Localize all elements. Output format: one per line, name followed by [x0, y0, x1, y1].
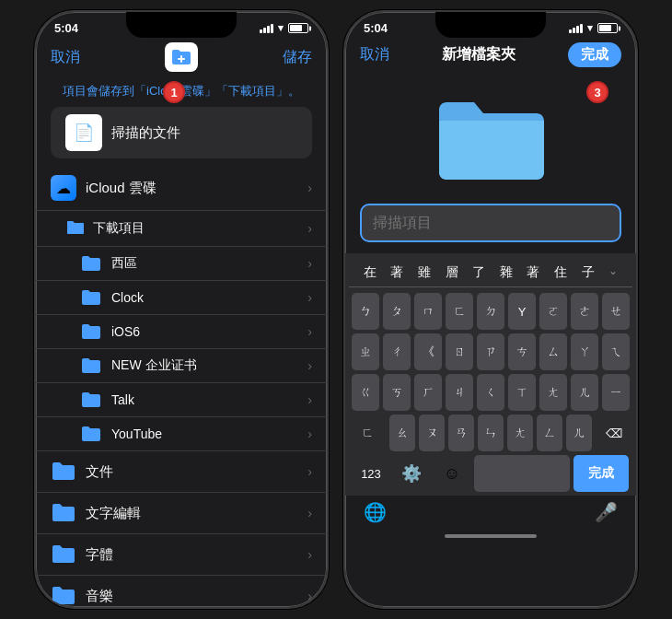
folder-icon-6	[80, 425, 102, 443]
key-ou[interactable]: ㄡ	[419, 415, 445, 451]
candidates-chevron[interactable]: ⌄	[608, 264, 618, 281]
main-folder-2[interactable]: 文字編輯 ›	[36, 493, 327, 534]
key-o[interactable]: ㄛ	[539, 293, 567, 330]
new-folder-button[interactable]	[165, 42, 198, 72]
home-indicator-right	[445, 534, 537, 538]
emoji-key[interactable]: ☺	[434, 455, 470, 492]
key-ei[interactable]: ㄟ	[602, 333, 630, 370]
status-icons-right: ▾	[569, 22, 618, 34]
bar3	[267, 26, 270, 33]
globe-icon[interactable]: 🌐	[364, 501, 387, 523]
candidate-4[interactable]: 層	[446, 264, 458, 281]
key-de[interactable]: ㄉ	[477, 293, 504, 330]
icloud-section[interactable]: ☁ iCloud 雲碟 ›	[36, 166, 327, 211]
notch-right	[435, 12, 546, 38]
downloads-section[interactable]: 下載項目 ›	[36, 211, 327, 247]
main-folder-4[interactable]: 音樂 ›	[36, 576, 327, 609]
main-folder-3[interactable]: 字體 ›	[36, 534, 327, 576]
key-c[interactable]: ㄘ	[508, 333, 536, 370]
key-h[interactable]: ㄏ	[414, 374, 442, 411]
key-k[interactable]: ㄎ	[383, 374, 411, 411]
key-mo[interactable]: ㄇ	[414, 293, 442, 330]
folder-chevron-2: ›	[307, 290, 312, 305]
key-z[interactable]: ㄗ	[477, 333, 504, 370]
folder-chevron-1: ›	[307, 256, 312, 271]
candidate-1[interactable]: 在	[364, 264, 377, 281]
key-s[interactable]: ㄙ	[539, 333, 567, 370]
left-phone: 5:04 ▾ 取消 1	[34, 10, 329, 609]
key-eh[interactable]: ㄝ	[602, 293, 630, 330]
icloud-icon: ☁	[51, 175, 76, 201]
folder-icon-4	[80, 356, 102, 375]
candidate-7[interactable]: 著	[527, 264, 539, 281]
candidate-5[interactable]: 了	[472, 264, 485, 281]
folder-button-container[interactable]: 1	[165, 42, 198, 72]
folder-name-input[interactable]	[360, 204, 621, 242]
battery-icon	[288, 23, 308, 33]
key-po[interactable]: ㄆ	[383, 293, 411, 330]
folder-row-5[interactable]: Talk ›	[36, 383, 327, 417]
folder-label-4: NEW 企业证书	[111, 357, 307, 374]
main-folder-icon-4	[51, 585, 76, 607]
time-left: 5:04	[54, 21, 78, 35]
space-key[interactable]	[474, 455, 570, 492]
num-key[interactable]: 123	[353, 455, 389, 492]
candidate-6[interactable]: 雜	[500, 264, 513, 281]
cancel-button-right[interactable]: 取消	[360, 45, 389, 64]
signal-icon	[260, 24, 273, 33]
key-q[interactable]: ㄑ	[477, 374, 504, 411]
save-button-left[interactable]: 儲存	[283, 48, 312, 67]
key-ch[interactable]: ㄔ	[383, 333, 411, 370]
key-an[interactable]: ㄢ	[448, 415, 474, 451]
key-shift[interactable]: ㄈ	[349, 415, 386, 451]
folder-row-6[interactable]: YouTube ›	[36, 417, 327, 451]
key-ang[interactable]: ㄤ	[539, 374, 567, 411]
candidate-9[interactable]: 子	[582, 264, 595, 281]
key-en[interactable]: ㄣ	[478, 415, 504, 451]
folder-row-4[interactable]: NEW 企业证书 ›	[36, 349, 327, 383]
key-r[interactable]: ㄖ	[446, 333, 473, 370]
key-a[interactable]: ㄚ	[571, 333, 598, 370]
candidate-3[interactable]: 雖	[418, 264, 431, 281]
key-j[interactable]: ㄐ	[446, 374, 473, 411]
done-button-right[interactable]: 完成	[568, 42, 621, 67]
key-row-1: ㄅ ㄆ ㄇ ㄈ ㄉ Y ㄛ ㄜ ㄝ	[349, 293, 632, 330]
folder-icon-1	[80, 254, 102, 273]
key-g[interactable]: ㄍ	[352, 374, 379, 411]
candidate-2[interactable]: 著	[390, 264, 403, 281]
folder-row-2[interactable]: Clock ›	[36, 281, 327, 315]
key-dbr[interactable]: 《	[414, 333, 442, 370]
main-folder-label-3: 字體	[86, 546, 307, 564]
badge-3: 3	[586, 81, 608, 103]
delete-key[interactable]: ⌫	[596, 415, 632, 451]
mic-icon[interactable]: 🎤	[595, 501, 618, 523]
key-bu[interactable]: ㄅ	[352, 293, 379, 330]
folder-chevron-5: ›	[307, 392, 312, 407]
folder-chevron-3: ›	[307, 324, 312, 339]
return-key[interactable]: 完成	[574, 455, 629, 492]
key-er[interactable]: ㄦ	[571, 374, 598, 411]
key-zh[interactable]: ㄓ	[352, 333, 379, 370]
notch	[126, 12, 237, 38]
key-eng[interactable]: ㄥ	[537, 415, 562, 451]
done-button-container[interactable]: 3 完成	[568, 42, 621, 67]
folder-label-5: Talk	[111, 392, 307, 407]
key-row-2: ㄓ ㄔ 《 ㄖ ㄗ ㄘ ㄙ ㄚ ㄟ	[349, 333, 632, 370]
folder-row-3[interactable]: iOS6 ›	[36, 315, 327, 349]
folder-row-1[interactable]: 西區 ›	[36, 247, 327, 281]
rbar4	[580, 24, 583, 33]
key-fe[interactable]: ㄈ	[446, 293, 473, 330]
cancel-button-left[interactable]: 取消	[51, 48, 80, 67]
key-y[interactable]: Y	[508, 293, 536, 330]
key-ang2[interactable]: ㄤ	[507, 415, 533, 451]
key-ao[interactable]: ㄠ	[389, 415, 415, 451]
main-folder-1[interactable]: 文件 ›	[36, 451, 327, 493]
right-phone: 5:04 ▾ 取消 新增檔案夾 3 完成	[343, 10, 638, 609]
key-el[interactable]: ㄦ	[566, 415, 592, 451]
key-e[interactable]: ㄜ	[571, 293, 598, 330]
icloud-chevron: ›	[307, 181, 312, 195]
settings-key[interactable]: ⚙️	[393, 455, 430, 492]
key-i[interactable]: ㄧ	[602, 374, 630, 411]
candidate-8[interactable]: 住	[554, 264, 567, 281]
key-x[interactable]: ㄒ	[508, 374, 536, 411]
